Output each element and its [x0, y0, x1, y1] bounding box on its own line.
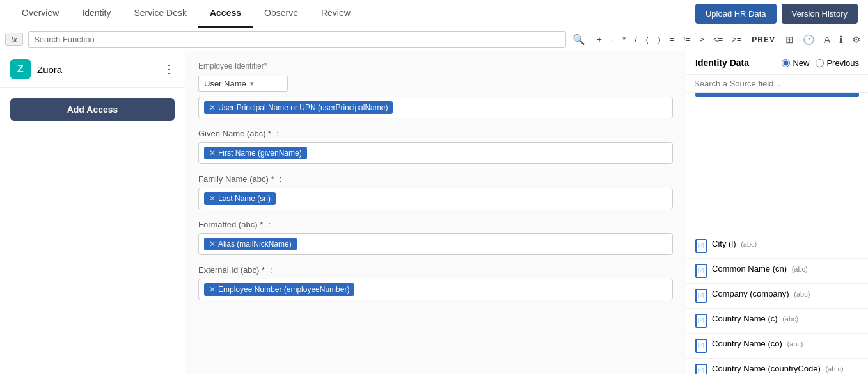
tag-remove-button[interactable]: ✕ [209, 285, 216, 294]
settings-icon[interactable]: ⚙ [849, 33, 863, 47]
employee-identifier-label: Employee Identifier* [198, 61, 267, 70]
main-layout: Z Zuora ⋮ Add Access Employee Identifier… [0, 51, 868, 374]
family-name-colon: : [279, 174, 281, 184]
formatted-section: Formatted (abc) * : ✕ Alias (mailNickNam… [198, 220, 673, 255]
top-navigation: Overview Identity Service Desk Access Ob… [0, 0, 868, 28]
external-id-input[interactable]: ✕ Employee Number (employeeNumber) [198, 279, 673, 300]
formula-bar: fx 🔍 + - * / ( ) = != > <= >= PREV ⊞ 🕐 A… [0, 28, 868, 51]
op-equals[interactable]: = [667, 33, 677, 45]
op-multiply[interactable]: * [620, 33, 628, 45]
source-item-country-code[interactable]: 📄 Country Name (countryCode) (ab c) [686, 359, 868, 375]
document-icon: 📄 [695, 264, 707, 278]
given-name-section: Given Name (abc) * : ✕ First Name (given… [198, 129, 673, 164]
formatted-tag: ✕ Alias (mailNickName) [204, 238, 297, 250]
radio-previous-label[interactable]: Previous [816, 58, 859, 68]
nav-observe[interactable]: Observe [253, 0, 310, 28]
nav-identity[interactable]: Identity [70, 0, 122, 28]
zuora-logo: Z [10, 59, 31, 79]
formatted-label: Formatted (abc) * [198, 220, 263, 229]
document-icon: 📄 [695, 239, 707, 253]
op-plus[interactable]: + [594, 33, 604, 45]
source-item-country-co-label: Country Name (co) (abc) [712, 339, 803, 348]
source-item-country-co[interactable]: 📄 Country Name (co) (abc) [686, 334, 868, 359]
op-not-equals[interactable]: != [681, 33, 693, 45]
info-icon[interactable]: ℹ [837, 33, 846, 47]
source-item-common-name[interactable]: 📄 Common Name (cn) (abc) [686, 259, 868, 284]
content-area: Employee Identifier* User Name ▼ ✕ User … [185, 51, 686, 374]
nav-access[interactable]: Access [198, 0, 253, 28]
sidebar: Z Zuora ⋮ Add Access [0, 51, 185, 374]
op-close-paren[interactable]: ) [655, 33, 663, 45]
search-source-input[interactable] [686, 75, 868, 93]
add-access-button[interactable]: Add Access [10, 98, 175, 121]
external-id-section: External Id (abc) * : ✕ Employee Number … [198, 265, 673, 300]
tag-remove-button[interactable]: ✕ [209, 240, 216, 248]
employee-identifier-input[interactable]: ✕ User Principal Name or UPN (userPrinci… [198, 97, 673, 118]
source-item-country-c-label: Country Name (c) (abc) [712, 314, 798, 323]
sidebar-menu-button[interactable]: ⋮ [163, 62, 175, 76]
source-item-company[interactable]: 📄 Company (company) (abc) [686, 284, 868, 309]
employee-identifier-tag: ✕ User Principal Name or UPN (userPrinci… [204, 101, 393, 114]
given-name-tag: ✕ First Name (givenName) [204, 147, 307, 159]
upload-hr-data-button[interactable]: Upload HR Data [695, 4, 777, 24]
formatted-input[interactable]: ✕ Alias (mailNickName) [198, 233, 673, 255]
family-name-input[interactable]: ✕ Last Name (sn) [198, 188, 673, 209]
search-icon[interactable]: 🔍 [569, 32, 589, 47]
version-history-button[interactable]: Version History [782, 4, 858, 24]
sidebar-header: Z Zuora ⋮ [0, 51, 185, 88]
source-item-company-label: Company (company) (abc) [712, 289, 810, 298]
formatted-colon: : [268, 220, 271, 229]
source-item-city-label: City (l) (abc) [712, 239, 757, 248]
grid-icon[interactable]: ⊞ [783, 33, 796, 47]
family-name-section: Family Name (abc) * : ✕ Last Name (sn) [198, 174, 673, 209]
radio-new-label[interactable]: New [782, 58, 809, 68]
source-item-selected-indicator [695, 93, 859, 97]
right-panel: Identity Data New Previous 📄 City [686, 51, 868, 374]
external-id-tag: ✕ Employee Number (employeeNumber) [204, 283, 354, 296]
right-panel-header: Identity Data New Previous [686, 51, 868, 75]
op-lte[interactable]: <= [711, 33, 725, 45]
user-name-dropdown[interactable]: User Name ▼ [198, 76, 288, 92]
given-name-colon: : [276, 129, 279, 138]
source-item-city[interactable]: 📄 City (l) (abc) [686, 234, 868, 259]
op-divide[interactable]: / [632, 33, 640, 45]
radio-previous-text: Previous [826, 58, 859, 68]
document-icon: 📄 [695, 339, 707, 353]
clock-icon[interactable]: 🕐 [800, 33, 817, 47]
formula-operators: + - * / ( ) = != > <= >= PREV ⊞ 🕐 A ℹ ⚙ [594, 33, 863, 47]
prev-button[interactable]: PREV [748, 34, 779, 45]
family-name-label: Family Name (abc) * [198, 174, 274, 184]
radio-new-text: New [793, 58, 809, 68]
op-greater[interactable]: > [697, 33, 707, 45]
given-name-label: Given Name (abc) * [198, 129, 271, 138]
text-icon[interactable]: A [821, 33, 833, 46]
chevron-down-icon: ▼ [249, 80, 255, 87]
employee-identifier-section: Employee Identifier* User Name ▼ ✕ User … [198, 61, 673, 118]
tag-remove-button[interactable]: ✕ [209, 194, 216, 203]
tag-remove-button[interactable]: ✕ [209, 149, 216, 158]
given-name-input[interactable]: ✕ First Name (givenName) [198, 142, 673, 164]
family-name-tag: ✕ Last Name (sn) [204, 192, 276, 205]
radio-previous[interactable] [816, 59, 824, 67]
source-items-list: 📄 City (l) (abc) 📄 Common Name (cn) (abc… [686, 234, 868, 375]
op-minus[interactable]: - [608, 33, 616, 45]
radio-new[interactable] [782, 59, 790, 67]
document-icon: 📄 [695, 314, 707, 328]
source-item-country-code-label: Country Name (countryCode) (ab c) [712, 364, 844, 373]
document-icon: 📄 [695, 289, 707, 303]
nav-overview[interactable]: Overview [10, 0, 70, 28]
source-item-common-name-label: Common Name (cn) (abc) [712, 264, 808, 273]
op-open-paren[interactable]: ( [643, 33, 651, 45]
right-panel-title: Identity Data [695, 58, 777, 68]
fx-label: fx [5, 33, 23, 46]
op-gte[interactable]: >= [729, 33, 744, 45]
source-item-country-c[interactable]: 📄 Country Name (c) (abc) [686, 309, 868, 334]
external-id-label: External Id (abc) * [198, 265, 265, 275]
tag-remove-button[interactable]: ✕ [209, 103, 216, 112]
document-icon: 📄 [695, 364, 707, 375]
search-function-input[interactable] [28, 31, 566, 48]
nav-review[interactable]: Review [310, 0, 362, 28]
source-list [686, 93, 868, 234]
dropdown-value: User Name [204, 79, 246, 88]
nav-service-desk[interactable]: Service Desk [123, 0, 198, 28]
